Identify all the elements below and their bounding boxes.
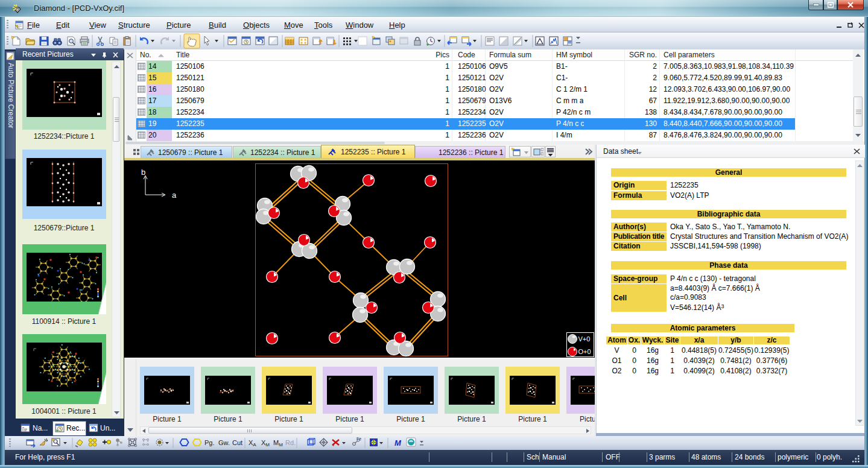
svg-text:Gw.: Gw. [218, 439, 230, 446]
svg-text:O+0: O+0 [578, 348, 591, 355]
svg-text:Fe: Fe [356, 437, 361, 441]
svg-text:b: b [141, 168, 145, 177]
svg-text:XM: XM [261, 439, 270, 447]
svg-text:a: a [172, 191, 177, 200]
svg-text:Pg.: Pg. [204, 439, 215, 446]
svg-text:M: M [394, 438, 402, 447]
svg-text:Cut: Cut [232, 439, 242, 446]
svg-text:XA: XA [249, 439, 256, 447]
svg-text:MM: MM [273, 439, 283, 447]
svg-text:V+0: V+0 [578, 335, 591, 343]
svg-text:Rd.: Rd. [285, 439, 296, 446]
